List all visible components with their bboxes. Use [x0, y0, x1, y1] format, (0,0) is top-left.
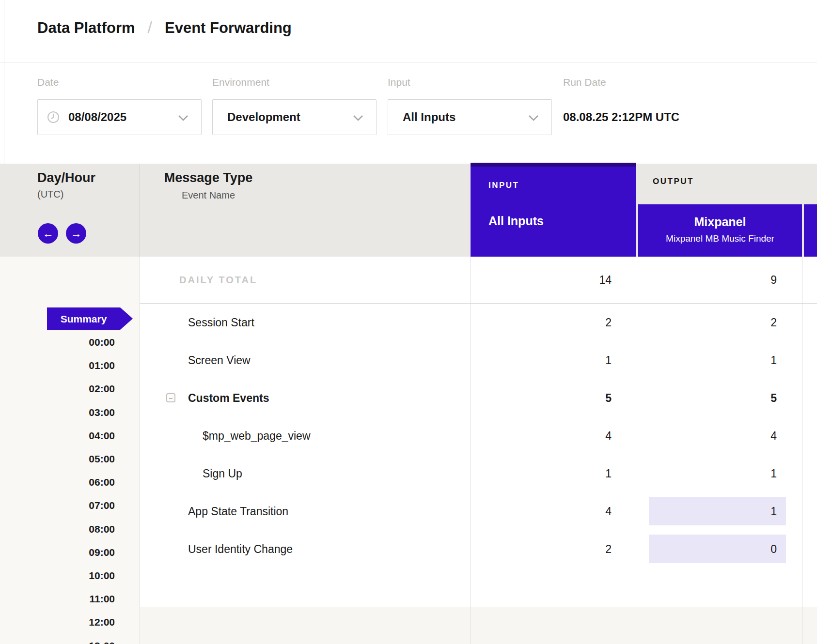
input-count: 2 — [471, 530, 612, 568]
output-count: 1 — [637, 341, 777, 379]
day-hour-subtitle: (UTC) — [37, 189, 63, 200]
input-column-header[interactable]: INPUT All Inputs — [471, 167, 636, 257]
column-divider — [140, 164, 140, 257]
input-dropdown[interactable]: All Inputs — [388, 99, 552, 135]
summary-tab[interactable]: Summary — [47, 307, 120, 330]
hour-label-10[interactable]: 10:00 — [0, 569, 115, 582]
hour-label-08[interactable]: 08:00 — [0, 523, 115, 536]
input-count: 5 — [471, 379, 612, 417]
input-filter-label: Input — [388, 77, 410, 88]
event-name: $mp_web_page_view — [203, 417, 311, 455]
hour-label-11[interactable]: 11:00 — [0, 593, 115, 605]
output-count: 5 — [637, 379, 777, 417]
table-row-mp-web-page-view: $mp_web_page_view 4 4 — [140, 417, 817, 455]
chevron-down-icon — [353, 115, 363, 121]
input-group-label: INPUT — [488, 181, 519, 190]
output-column-header[interactable]: Mixpanel Mixpanel MB Music Finder — [638, 204, 802, 257]
input-count: 4 — [471, 417, 612, 455]
summary-tab-label: Summary — [61, 313, 107, 325]
table-row-custom-events: − Custom Events 5 5 — [140, 379, 817, 417]
date-filter-label: Date — [37, 77, 59, 88]
event-group-name: Custom Events — [188, 379, 269, 417]
table-row-screen-view: Screen View 1 1 — [140, 341, 817, 379]
daily-total-row: DAILY TOTAL 14 9 — [140, 257, 817, 304]
hour-label-02[interactable]: 02:00 — [0, 383, 115, 395]
table-row-sign-up: Sign Up 1 1 — [140, 455, 817, 492]
next-day-button[interactable]: → — [66, 223, 86, 244]
message-type-subtitle: Event Name — [143, 190, 274, 201]
breadcrumb-section[interactable]: Data Platform — [37, 19, 135, 37]
date-value: 08/08/2025 — [68, 110, 126, 124]
date-dropdown[interactable]: 08/08/2025 — [37, 99, 202, 135]
header-divider — [0, 62, 817, 62]
input-count: 2 — [471, 304, 612, 341]
arrow-left-icon: ← — [43, 227, 54, 240]
hour-label-13[interactable]: 13:00 — [0, 640, 115, 644]
clock-icon — [47, 111, 60, 123]
run-date-value: 08.08.25 2:12PM UTC — [563, 99, 679, 135]
input-column-title: All Inputs — [488, 214, 544, 228]
input-count: 4 — [471, 492, 612, 530]
event-name: User Identity Change — [188, 530, 293, 568]
input-column-accent-strip — [471, 163, 636, 167]
hour-label-12[interactable]: 12:00 — [0, 616, 115, 629]
next-output-column-stub — [804, 204, 817, 257]
message-type-header: Message Type Event Name — [143, 170, 274, 201]
chevron-down-icon — [178, 115, 189, 121]
hour-label-00[interactable]: 00:00 — [0, 336, 115, 349]
event-rows: Session Start 2 2 Screen View 1 1 − Cust… — [140, 304, 817, 568]
page-title: Event Forwarding — [165, 19, 292, 37]
daily-total-output-value: 9 — [637, 257, 777, 303]
daily-total-label: DAILY TOTAL — [179, 257, 257, 303]
environment-filter-label: Environment — [212, 77, 269, 88]
empty-area — [140, 607, 817, 644]
hour-label-06[interactable]: 06:00 — [0, 476, 115, 489]
breadcrumb: Data Platform / Event Forwarding — [37, 18, 292, 37]
input-count: 1 — [471, 341, 612, 379]
hour-label-09[interactable]: 09:00 — [0, 546, 115, 559]
input-count: 1 — [471, 455, 612, 492]
output-column-title: Mixpanel — [638, 215, 802, 229]
event-name: Sign Up — [203, 455, 242, 492]
previous-day-button[interactable]: ← — [38, 223, 58, 244]
event-forwarding-page: Data Platform / Event Forwarding Date En… — [0, 0, 817, 644]
environment-dropdown[interactable]: Development — [212, 99, 377, 135]
daily-total-input-value: 14 — [471, 257, 612, 303]
output-count: 0 — [637, 530, 777, 568]
input-value: All Inputs — [403, 110, 456, 124]
hour-label-07[interactable]: 07:00 — [0, 499, 115, 512]
hour-label-01[interactable]: 01:00 — [0, 359, 115, 372]
environment-value: Development — [227, 110, 300, 124]
table-row-user-identity-change: User Identity Change 2 0 — [140, 530, 817, 568]
message-type-title: Message Type — [143, 170, 274, 185]
hour-label-03[interactable]: 03:00 — [0, 406, 115, 419]
chevron-down-icon — [528, 115, 539, 121]
arrow-right-icon: → — [71, 227, 82, 240]
hour-label-04[interactable]: 04:00 — [0, 429, 115, 442]
day-hour-header: Day/Hour — [37, 170, 95, 185]
output-group-label: OUTPUT — [653, 177, 694, 186]
breadcrumb-separator: / — [148, 18, 152, 37]
hour-label-05[interactable]: 05:00 — [0, 453, 115, 465]
output-column-subtitle: Mixpanel MB Music Finder — [638, 233, 802, 244]
output-count: 1 — [637, 455, 777, 492]
event-name: Screen View — [188, 341, 251, 379]
output-count: 1 — [637, 492, 777, 530]
run-date-label: Run Date — [563, 77, 606, 88]
collapse-toggle-icon[interactable]: − — [166, 393, 175, 402]
output-count: 4 — [637, 417, 777, 455]
output-count: 2 — [637, 304, 777, 341]
event-name: Session Start — [188, 304, 254, 341]
table-row-app-state-transition: App State Transition 4 1 — [140, 492, 817, 530]
event-name: App State Transition — [188, 492, 288, 530]
table-row-session-start: Session Start 2 2 — [140, 304, 817, 341]
